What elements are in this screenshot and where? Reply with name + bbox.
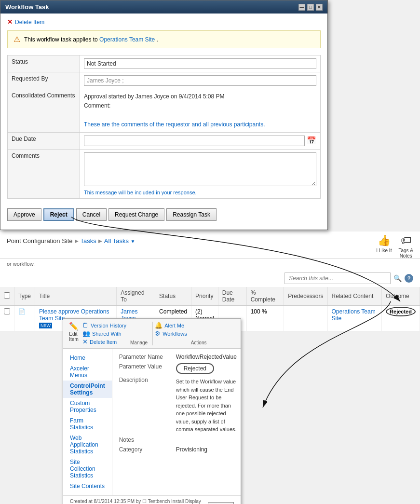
footer-text: Created at 8/1/2014 12:35 PM by ☐ Testbe…: [70, 499, 208, 504]
sidebar-item-home[interactable]: Home: [63, 353, 112, 363]
minimize-icon[interactable]: —: [298, 4, 305, 11]
breadcrumb-site: Point Configuration Site: [7, 237, 73, 245]
row-checkbox-cell: [0, 306, 14, 331]
param-name-row: Parameter Name WorkflowRejectedValue: [119, 354, 237, 360]
search-input[interactable]: [285, 272, 391, 284]
tags-icon: 🏷: [401, 234, 411, 247]
shared-with-label: Shared With: [92, 331, 122, 337]
reject-button[interactable]: Reject: [43, 208, 74, 221]
manage-group: ✏️ Edit Item 🗒 Version History 👥 Shared …: [67, 322, 153, 345]
description-label: Description: [119, 377, 172, 383]
warning-icon: ⚠: [14, 35, 20, 44]
col-header-assigned-to: Assigned To: [117, 287, 155, 306]
shared-with-button[interactable]: 👥 Shared With: [82, 330, 126, 337]
thumbs-up-icon: 👍: [378, 234, 391, 247]
sidebar-item-farm-statistics[interactable]: Farm Statistics: [63, 415, 112, 433]
tags-notes-button[interactable]: 🏷 Tags & Notes: [398, 234, 413, 259]
manage-label: Manage: [130, 340, 148, 345]
table-header: Type Title Assigned To Status Priority D…: [0, 287, 420, 306]
shared-with-icon: 👥: [82, 330, 90, 337]
sidebar-item-controlpoint-settings[interactable]: ControlPoint Settings: [63, 381, 112, 398]
calendar-icon[interactable]: 📅: [307, 136, 316, 145]
param-value-label: Parameter Value: [119, 363, 172, 370]
comments-label: Comments: [8, 149, 80, 198]
cancel-button[interactable]: Cancel: [76, 208, 107, 221]
workflows-button[interactable]: ⚙ Workflows: [155, 330, 187, 337]
created-text: Created at 8/1/2014 12:35 PM by ☐ Testbe…: [70, 499, 208, 504]
col-header-outcome: Outcome: [382, 287, 420, 306]
actions-group: 🔔 Alert Me ⚙ Workflows Actions: [153, 322, 211, 345]
restore-icon[interactable]: □: [307, 4, 314, 11]
info-text: This workflow task applies to Operations…: [24, 36, 158, 43]
main-page: Point Configuration Site ▶ Tasks ▶ All T…: [0, 232, 420, 331]
status-row: Status: [8, 55, 321, 72]
col-header-status: Status: [155, 287, 191, 306]
category-row: Category Provisioning: [119, 446, 237, 453]
param-name-value: WorkflowRejectedValue: [176, 354, 237, 360]
dialog-title: Workflow Task: [5, 3, 49, 11]
breadcrumb-tasks[interactable]: Tasks: [81, 237, 96, 245]
sidebar-item-site-collection-statistics[interactable]: Site Collection Statistics: [63, 457, 112, 481]
sidebar-item-web-application-statistics[interactable]: Web Application Statistics: [63, 433, 112, 457]
close-icon[interactable]: ✕: [316, 4, 323, 11]
operations-team-site-link[interactable]: Operations Team Site: [99, 36, 155, 43]
select-all-checkbox[interactable]: [4, 292, 10, 299]
close-button[interactable]: Close: [208, 502, 234, 504]
notes-row: Notes: [119, 436, 237, 443]
i-like-it-label: I Like It: [376, 248, 392, 253]
ribbon-area: Point Configuration Site ▶ Tasks ▶ All T…: [0, 232, 420, 259]
panel-sidebar: Home Axceler Menus ControlPoint Settings…: [63, 349, 112, 495]
action-buttons: Approve Reject Cancel Request Change Rea…: [7, 204, 321, 223]
due-date-input[interactable]: [84, 136, 305, 146]
delete-item-link[interactable]: ✕ Delete Item: [7, 18, 321, 26]
request-change-button[interactable]: Request Change: [108, 208, 164, 221]
manage-actions: 🗒 Version History 👥 Shared With ✕ Delete…: [82, 322, 126, 345]
notes-label: Notes: [119, 436, 172, 443]
x-icon: ✕: [7, 18, 13, 26]
sidebar-item-custom-properties[interactable]: Custom Properties: [63, 398, 112, 415]
row-type-cell: 📄: [14, 306, 35, 331]
actions-label: Actions: [191, 340, 207, 345]
col-header-checkbox: [0, 287, 14, 306]
edit-item-button[interactable]: ✏️ Edit Item: [69, 322, 79, 342]
row-checkbox[interactable]: [4, 308, 10, 314]
consolidated-comments-row: Consolidated Comments Approval started b…: [8, 89, 321, 133]
delete-item-label: Delete Item: [90, 339, 117, 345]
requested-by-input[interactable]: [84, 75, 316, 86]
consolidated-text: Approval started by James Joyce on 9/4/2…: [84, 92, 316, 129]
sidebar-item-site-contents[interactable]: Site Contents: [63, 481, 112, 491]
version-history-label: Version History: [91, 323, 126, 328]
alert-me-button[interactable]: 🔔 Alert Me: [155, 322, 187, 329]
alert-me-label: Alert Me: [164, 323, 184, 328]
col-header-percent-complete: % Complete: [246, 287, 284, 306]
row-related-content-cell: Operations Team Site: [327, 306, 382, 331]
new-badge: NEW: [39, 323, 52, 328]
consolidated-label: Consolidated Comments: [8, 89, 80, 133]
search-icon[interactable]: 🔍: [393, 274, 402, 282]
ribbon-icons: 👍 I Like It 🏷 Tags & Notes: [376, 234, 413, 259]
dialog-body: ✕ Delete Item ⚠ This workflow task appli…: [0, 14, 327, 230]
version-history-icon: 🗒: [82, 322, 89, 329]
panel-body: Home Axceler Menus ControlPoint Settings…: [63, 349, 241, 495]
due-date-row: Due Date 📅: [8, 132, 321, 149]
reassign-task-button[interactable]: Reassign Task: [166, 208, 217, 221]
outcome-rejected-badge: Rejected: [386, 307, 416, 316]
version-history-button[interactable]: 🗒 Version History: [82, 322, 126, 329]
panel-main: Parameter Name WorkflowRejectedValue Par…: [112, 349, 244, 495]
i-like-it-button[interactable]: 👍 I Like It: [376, 234, 392, 259]
col-header-predecessors: Predecessors: [284, 287, 327, 306]
consolidated-line3: These are the comments of the requestor …: [84, 120, 316, 129]
breadcrumb: Point Configuration Site ▶ Tasks ▶ All T…: [7, 234, 135, 245]
category-value: Provisioning: [176, 446, 207, 453]
edit-item-label: Edit Item: [69, 331, 78, 342]
col-header-type: Type: [14, 287, 35, 306]
breadcrumb-current[interactable]: All Tasks ▼: [104, 237, 135, 245]
category-label: Category: [119, 446, 172, 453]
approve-button[interactable]: Approve: [7, 208, 41, 221]
sidebar-item-axceler-menus[interactable]: Axceler Menus: [63, 363, 112, 381]
help-icon[interactable]: ?: [405, 274, 413, 283]
comments-textarea[interactable]: [84, 152, 316, 186]
delete-item-button[interactable]: ✕ Delete Item: [82, 338, 126, 345]
related-content-link[interactable]: Operations Team Site: [332, 308, 376, 322]
status-input[interactable]: [84, 58, 316, 69]
